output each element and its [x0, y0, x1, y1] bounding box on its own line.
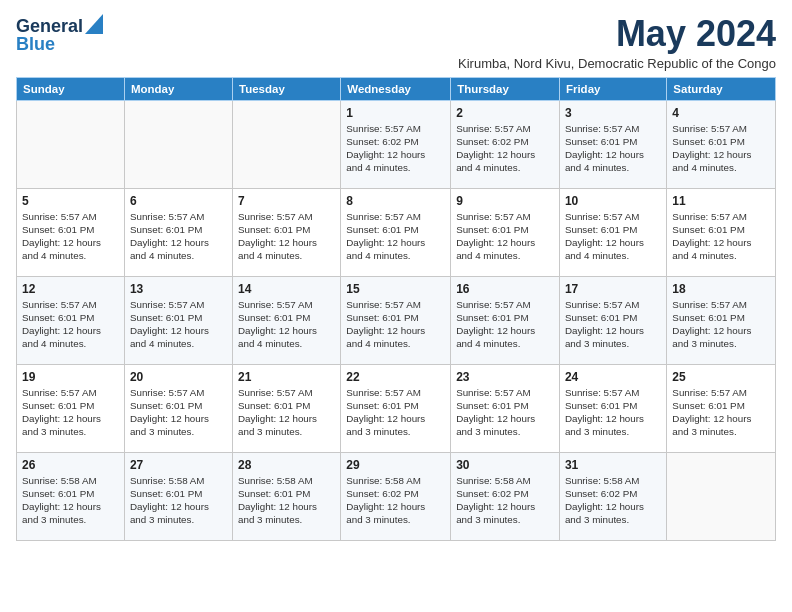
- day-info: Sunrise: 5:57 AM Sunset: 6:01 PM Dayligh…: [565, 122, 661, 175]
- calendar-cell: 6Sunrise: 5:57 AM Sunset: 6:01 PM Daylig…: [124, 188, 232, 276]
- day-info: Sunrise: 5:57 AM Sunset: 6:01 PM Dayligh…: [346, 298, 445, 351]
- calendar-cell: 14Sunrise: 5:57 AM Sunset: 6:01 PM Dayli…: [233, 276, 341, 364]
- calendar-header-row: SundayMondayTuesdayWednesdayThursdayFrid…: [17, 77, 776, 100]
- calendar-cell: 8Sunrise: 5:57 AM Sunset: 6:01 PM Daylig…: [341, 188, 451, 276]
- month-year-title: May 2024: [458, 14, 776, 54]
- day-number: 19: [22, 369, 119, 385]
- calendar-header-friday: Friday: [559, 77, 666, 100]
- calendar-cell: 16Sunrise: 5:57 AM Sunset: 6:01 PM Dayli…: [451, 276, 560, 364]
- day-number: 27: [130, 457, 227, 473]
- day-info: Sunrise: 5:58 AM Sunset: 6:01 PM Dayligh…: [130, 474, 227, 527]
- calendar-cell: 26Sunrise: 5:58 AM Sunset: 6:01 PM Dayli…: [17, 452, 125, 540]
- calendar-cell: 22Sunrise: 5:57 AM Sunset: 6:01 PM Dayli…: [341, 364, 451, 452]
- day-info: Sunrise: 5:57 AM Sunset: 6:01 PM Dayligh…: [672, 122, 770, 175]
- day-number: 29: [346, 457, 445, 473]
- calendar-cell: 24Sunrise: 5:57 AM Sunset: 6:01 PM Dayli…: [559, 364, 666, 452]
- calendar-header-sunday: Sunday: [17, 77, 125, 100]
- day-info: Sunrise: 5:57 AM Sunset: 6:01 PM Dayligh…: [130, 298, 227, 351]
- calendar-cell: [233, 100, 341, 188]
- calendar-cell: 18Sunrise: 5:57 AM Sunset: 6:01 PM Dayli…: [667, 276, 776, 364]
- calendar-cell: 12Sunrise: 5:57 AM Sunset: 6:01 PM Dayli…: [17, 276, 125, 364]
- day-number: 9: [456, 193, 554, 209]
- day-info: Sunrise: 5:58 AM Sunset: 6:02 PM Dayligh…: [346, 474, 445, 527]
- day-info: Sunrise: 5:57 AM Sunset: 6:01 PM Dayligh…: [565, 386, 661, 439]
- calendar-cell: 2Sunrise: 5:57 AM Sunset: 6:02 PM Daylig…: [451, 100, 560, 188]
- day-info: Sunrise: 5:57 AM Sunset: 6:01 PM Dayligh…: [22, 386, 119, 439]
- day-number: 16: [456, 281, 554, 297]
- day-number: 3: [565, 105, 661, 121]
- calendar-header-thursday: Thursday: [451, 77, 560, 100]
- calendar-cell: 19Sunrise: 5:57 AM Sunset: 6:01 PM Dayli…: [17, 364, 125, 452]
- day-number: 21: [238, 369, 335, 385]
- calendar-cell: 10Sunrise: 5:57 AM Sunset: 6:01 PM Dayli…: [559, 188, 666, 276]
- day-number: 30: [456, 457, 554, 473]
- calendar-table: SundayMondayTuesdayWednesdayThursdayFrid…: [16, 77, 776, 541]
- day-info: Sunrise: 5:57 AM Sunset: 6:02 PM Dayligh…: [456, 122, 554, 175]
- calendar-week-1: 1Sunrise: 5:57 AM Sunset: 6:02 PM Daylig…: [17, 100, 776, 188]
- calendar-cell: [667, 452, 776, 540]
- day-info: Sunrise: 5:57 AM Sunset: 6:01 PM Dayligh…: [672, 210, 770, 263]
- page: General Blue May 2024 Kirumba, Nord Kivu…: [0, 0, 792, 612]
- day-number: 14: [238, 281, 335, 297]
- day-info: Sunrise: 5:57 AM Sunset: 6:01 PM Dayligh…: [565, 298, 661, 351]
- day-number: 10: [565, 193, 661, 209]
- calendar-header-saturday: Saturday: [667, 77, 776, 100]
- day-info: Sunrise: 5:57 AM Sunset: 6:01 PM Dayligh…: [456, 386, 554, 439]
- logo: General Blue: [16, 14, 103, 53]
- calendar-cell: 31Sunrise: 5:58 AM Sunset: 6:02 PM Dayli…: [559, 452, 666, 540]
- day-number: 18: [672, 281, 770, 297]
- day-info: Sunrise: 5:57 AM Sunset: 6:01 PM Dayligh…: [565, 210, 661, 263]
- calendar-cell: [17, 100, 125, 188]
- day-info: Sunrise: 5:57 AM Sunset: 6:01 PM Dayligh…: [22, 298, 119, 351]
- day-number: 23: [456, 369, 554, 385]
- calendar-cell: 4Sunrise: 5:57 AM Sunset: 6:01 PM Daylig…: [667, 100, 776, 188]
- day-number: 24: [565, 369, 661, 385]
- day-number: 13: [130, 281, 227, 297]
- logo-general-text: General: [16, 17, 83, 35]
- calendar-cell: 30Sunrise: 5:58 AM Sunset: 6:02 PM Dayli…: [451, 452, 560, 540]
- day-info: Sunrise: 5:57 AM Sunset: 6:01 PM Dayligh…: [130, 210, 227, 263]
- day-number: 25: [672, 369, 770, 385]
- calendar-cell: 13Sunrise: 5:57 AM Sunset: 6:01 PM Dayli…: [124, 276, 232, 364]
- day-info: Sunrise: 5:57 AM Sunset: 6:01 PM Dayligh…: [22, 210, 119, 263]
- day-info: Sunrise: 5:58 AM Sunset: 6:02 PM Dayligh…: [456, 474, 554, 527]
- calendar-cell: 9Sunrise: 5:57 AM Sunset: 6:01 PM Daylig…: [451, 188, 560, 276]
- calendar-cell: 21Sunrise: 5:57 AM Sunset: 6:01 PM Dayli…: [233, 364, 341, 452]
- day-number: 15: [346, 281, 445, 297]
- calendar-cell: 1Sunrise: 5:57 AM Sunset: 6:02 PM Daylig…: [341, 100, 451, 188]
- calendar-cell: 3Sunrise: 5:57 AM Sunset: 6:01 PM Daylig…: [559, 100, 666, 188]
- calendar-cell: 27Sunrise: 5:58 AM Sunset: 6:01 PM Dayli…: [124, 452, 232, 540]
- day-number: 5: [22, 193, 119, 209]
- day-number: 31: [565, 457, 661, 473]
- calendar-week-3: 12Sunrise: 5:57 AM Sunset: 6:01 PM Dayli…: [17, 276, 776, 364]
- calendar-week-4: 19Sunrise: 5:57 AM Sunset: 6:01 PM Dayli…: [17, 364, 776, 452]
- logo-blue-text: Blue: [16, 35, 55, 53]
- day-number: 7: [238, 193, 335, 209]
- day-info: Sunrise: 5:57 AM Sunset: 6:01 PM Dayligh…: [238, 298, 335, 351]
- calendar-header-monday: Monday: [124, 77, 232, 100]
- calendar-week-2: 5Sunrise: 5:57 AM Sunset: 6:01 PM Daylig…: [17, 188, 776, 276]
- svg-marker-0: [85, 14, 103, 34]
- day-number: 17: [565, 281, 661, 297]
- calendar-cell: 28Sunrise: 5:58 AM Sunset: 6:01 PM Dayli…: [233, 452, 341, 540]
- day-info: Sunrise: 5:57 AM Sunset: 6:01 PM Dayligh…: [456, 210, 554, 263]
- day-info: Sunrise: 5:57 AM Sunset: 6:01 PM Dayligh…: [672, 298, 770, 351]
- title-block: May 2024 Kirumba, Nord Kivu, Democratic …: [458, 14, 776, 71]
- calendar-cell: 11Sunrise: 5:57 AM Sunset: 6:01 PM Dayli…: [667, 188, 776, 276]
- location-text: Kirumba, Nord Kivu, Democratic Republic …: [458, 56, 776, 71]
- calendar-cell: 25Sunrise: 5:57 AM Sunset: 6:01 PM Dayli…: [667, 364, 776, 452]
- calendar-header-wednesday: Wednesday: [341, 77, 451, 100]
- day-number: 1: [346, 105, 445, 121]
- calendar-cell: [124, 100, 232, 188]
- day-number: 28: [238, 457, 335, 473]
- calendar-cell: 23Sunrise: 5:57 AM Sunset: 6:01 PM Dayli…: [451, 364, 560, 452]
- day-info: Sunrise: 5:57 AM Sunset: 6:01 PM Dayligh…: [672, 386, 770, 439]
- calendar-cell: 5Sunrise: 5:57 AM Sunset: 6:01 PM Daylig…: [17, 188, 125, 276]
- day-info: Sunrise: 5:57 AM Sunset: 6:01 PM Dayligh…: [130, 386, 227, 439]
- day-number: 8: [346, 193, 445, 209]
- day-info: Sunrise: 5:57 AM Sunset: 6:01 PM Dayligh…: [346, 386, 445, 439]
- day-number: 11: [672, 193, 770, 209]
- day-info: Sunrise: 5:58 AM Sunset: 6:02 PM Dayligh…: [565, 474, 661, 527]
- logo-triangle-icon: [85, 14, 103, 34]
- day-info: Sunrise: 5:57 AM Sunset: 6:01 PM Dayligh…: [346, 210, 445, 263]
